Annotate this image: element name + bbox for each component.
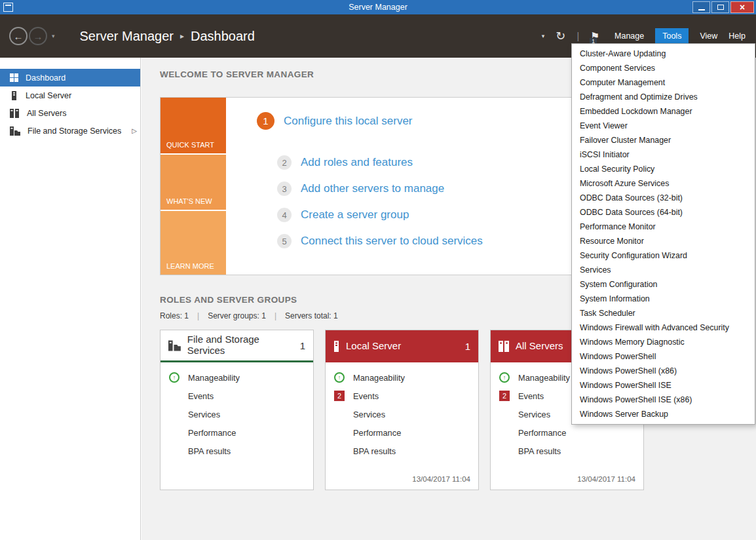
step-number-badge: 1 [257, 112, 274, 130]
tools-menu-item[interactable]: ODBC Data Sources (32-bit) [572, 191, 755, 205]
tools-menu-item[interactable]: Embedded Lockdown Manager [572, 104, 755, 119]
sidebar-item-dashboard[interactable]: Dashboard [0, 69, 140, 87]
row-label: Manageability [518, 373, 570, 383]
step-create-server-group[interactable]: 4 Create a server group [277, 208, 409, 222]
card-count: 1 [465, 341, 470, 352]
tools-menu-item[interactable]: Windows Firewall with Advanced Security [572, 320, 755, 335]
tools-menu-item[interactable]: Security Configuration Wizard [572, 248, 755, 263]
card-row-events[interactable]: 2 Events [326, 387, 478, 405]
tools-menu-item[interactable]: Performance Monitor [572, 220, 755, 234]
manageability-ok-icon: ↑ [499, 372, 510, 383]
menu-tools[interactable]: Tools [655, 28, 689, 44]
step-configure-local-server[interactable]: 1 Configure this local server [257, 112, 413, 130]
tools-menu-item[interactable]: Failover Cluster Manager [572, 133, 755, 147]
tab-whats-new[interactable]: WHAT'S NEW [161, 155, 226, 210]
tools-menu-item[interactable]: Component Services [572, 61, 755, 75]
menu-view[interactable]: View [700, 31, 717, 41]
tools-menu-item[interactable]: iSCSI Initiator [572, 147, 755, 162]
roles-summary: Roles: 1 | Server groups: 1 | Servers to… [160, 311, 338, 320]
tools-menu-item[interactable]: Cluster-Aware Updating [572, 47, 755, 61]
tab-quick-start[interactable]: QUICK START [161, 98, 226, 153]
card-rows: ↑ Manageability 2 Events Services Perfor… [326, 362, 478, 460]
restore-button[interactable] [711, 1, 729, 13]
summary-divider: | [274, 311, 276, 320]
step-link[interactable]: Configure this local server [284, 115, 413, 128]
row-label: Services [188, 410, 220, 419]
card-row-performance[interactable]: Performance [161, 423, 313, 442]
tools-menu-item[interactable]: Windows PowerShell (x86) [572, 364, 755, 378]
sidebar-item-local-server[interactable]: Local Server [0, 87, 140, 104]
tab-learn-more[interactable]: LEARN MORE [161, 211, 226, 275]
step-link[interactable]: Connect this server to cloud services [301, 235, 483, 248]
refresh-icon[interactable]: ↻ [556, 29, 565, 43]
tools-menu-item[interactable]: Windows PowerShell ISE [572, 378, 755, 393]
breadcrumb-root[interactable]: Server Manager [80, 29, 174, 44]
tools-menu-item[interactable]: Services [572, 263, 755, 277]
history-caret-icon[interactable]: ▾ [52, 33, 55, 39]
card-row-bpa-results[interactable]: BPA results [161, 442, 313, 460]
dashboard-icon [10, 73, 18, 82]
card-row-services[interactable]: Services [326, 405, 478, 423]
tools-menu-item[interactable]: Computer Management [572, 75, 755, 90]
step-number-badge: 2 [277, 155, 292, 170]
sidebar: Dashboard Local Server All Servers File … [0, 58, 141, 540]
forward-button[interactable]: → [29, 27, 47, 45]
sidebar-item-label: Dashboard [26, 73, 66, 83]
manageability-ok-icon: ↑ [169, 372, 180, 383]
card-row-bpa-results[interactable]: BPA results [491, 442, 643, 460]
tools-menu-item[interactable]: Microsoft Azure Services [572, 176, 755, 191]
tools-menu-item[interactable]: Task Scheduler [572, 306, 755, 320]
row-label: Performance [188, 428, 236, 438]
nav-left: ← → ▾ Server Manager ▸ Dashboard [9, 14, 255, 58]
tools-menu-item[interactable]: Resource Monitor [572, 234, 755, 248]
file-storage-icon [168, 340, 181, 351]
tools-menu-item[interactable]: Windows Memory Diagnostic [572, 335, 755, 349]
tools-menu-item[interactable]: Windows PowerShell [572, 349, 755, 364]
card-row-manageability[interactable]: ↑ Manageability [161, 368, 313, 387]
welcome-section-header: WELCOME TO SERVER MANAGER [160, 69, 314, 79]
card-row-performance[interactable]: Performance [491, 423, 643, 442]
manageability-ok-icon: ↑ [334, 372, 345, 383]
card-row-bpa-results[interactable]: BPA results [326, 442, 478, 460]
tools-menu-item[interactable]: Windows Server Backup [572, 407, 755, 421]
servers-total-count: Servers total: 1 [285, 311, 338, 320]
card-header[interactable]: File and Storage Services 1 [161, 330, 313, 362]
events-count-badge: 2 [334, 391, 345, 401]
step-connect-cloud-services[interactable]: 5 Connect this server to cloud services [277, 234, 483, 248]
back-button[interactable]: ← [9, 27, 28, 45]
card-header[interactable]: Local Server 1 [326, 330, 478, 362]
menu-help[interactable]: Help [728, 31, 746, 41]
tools-menu-item[interactable]: Defragment and Optimize Drives [572, 90, 755, 104]
step-link[interactable]: Create a server group [301, 208, 409, 222]
server-groups-count: Server groups: 1 [208, 311, 266, 320]
notifications-caret-icon[interactable]: ▾ [542, 33, 545, 39]
roles-section-header: ROLES AND SERVER GROUPS [160, 295, 297, 305]
card-row-services[interactable]: Services [161, 405, 313, 423]
card-title: File and Storage Services [187, 334, 293, 357]
card-row-manageability[interactable]: ↑ Manageability [326, 368, 478, 387]
step-link[interactable]: Add roles and features [301, 156, 413, 169]
tools-menu-item[interactable]: Windows PowerShell ISE (x86) [572, 393, 755, 407]
minimize-button[interactable] [692, 1, 710, 13]
tools-menu-item[interactable]: Event Viewer [572, 119, 755, 133]
sidebar-item-label: Local Server [26, 91, 71, 100]
tools-dropdown-menu: Cluster-Aware Updating Component Service… [571, 43, 755, 425]
tools-menu-item[interactable]: System Information [572, 292, 755, 306]
sidebar-item-file-storage-services[interactable]: File and Storage Services ▷ [0, 122, 140, 140]
step-link[interactable]: Add other servers to manage [301, 182, 444, 195]
window-controls: × [692, 1, 754, 13]
step-add-roles-features[interactable]: 2 Add roles and features [277, 155, 413, 170]
tools-menu-item[interactable]: ODBC Data Sources (64-bit) [572, 205, 755, 220]
step-add-other-servers[interactable]: 3 Add other servers to manage [277, 182, 444, 196]
row-label: Events [518, 391, 544, 401]
tools-menu-item[interactable]: System Configuration [572, 277, 755, 292]
row-label: Manageability [353, 373, 405, 383]
card-row-events[interactable]: Events [161, 387, 313, 405]
tools-menu-item[interactable]: Local Security Policy [572, 162, 755, 176]
card-row-performance[interactable]: Performance [326, 423, 478, 442]
sidebar-item-all-servers[interactable]: All Servers [0, 104, 140, 122]
notifications-flag-button[interactable]: ⚑ 1 [590, 30, 603, 43]
expand-chevron-icon[interactable]: ▷ [132, 127, 137, 134]
menu-manage[interactable]: Manage [614, 31, 644, 41]
close-button[interactable]: × [730, 1, 754, 13]
